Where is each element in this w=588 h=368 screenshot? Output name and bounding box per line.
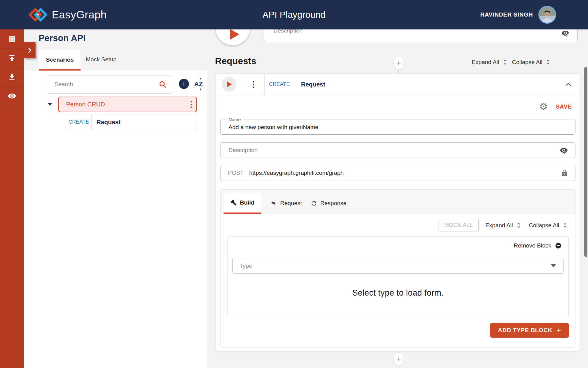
search-icon[interactable] <box>158 80 167 89</box>
left-rail <box>0 29 24 368</box>
expand-all-label: Expand All <box>485 222 513 229</box>
play-icon <box>230 29 239 40</box>
add-request-bottom-button[interactable]: + <box>394 353 404 366</box>
avatar[interactable] <box>538 6 556 24</box>
upload-icon[interactable] <box>0 48 24 67</box>
endpoint-field[interactable]: POST https://easygraph.graphifi.com/grap… <box>220 165 575 181</box>
expand-all-label: Expand All <box>472 59 499 66</box>
empty-form-message: Select type to load form. <box>228 288 568 298</box>
tab-mock-setup[interactable]: Mock Setup <box>86 50 116 69</box>
download-icon[interactable] <box>0 67 24 86</box>
app-root: Description EasyGraph API Playground RAV… <box>0 0 588 368</box>
build-toolbar: MOCK ALL Expand All Collapse All <box>221 219 568 232</box>
type-dropdown[interactable]: Type <box>232 258 564 274</box>
tree-request-item[interactable]: CREATE Request <box>66 114 197 130</box>
name-field: Name <box>220 120 575 135</box>
user-menu[interactable]: RAVINDER SINGH <box>480 0 556 29</box>
top-navbar: EasyGraph API Playground RAVINDER SINGH <box>0 0 588 29</box>
unfold-more-icon <box>515 222 522 229</box>
collapse-all-label: Collapse All <box>529 222 559 229</box>
collapse-card-button[interactable] <box>565 82 572 86</box>
add-type-block-button[interactable]: ADD TYPE BLOCK + <box>490 323 569 338</box>
build-tab-strip: Build Request Response <box>221 190 575 214</box>
name-field-label: Name <box>226 117 243 122</box>
unfold-less-icon <box>562 222 568 229</box>
build-collapse-all-button[interactable]: Collapse All <box>529 222 568 229</box>
tab-response-label: Response <box>320 200 347 207</box>
scrollbar[interactable] <box>584 29 588 368</box>
description-field <box>220 142 575 158</box>
collapse-all-label: Collapse All <box>512 59 542 66</box>
collapse-all-button[interactable]: Collapse All <box>512 59 552 66</box>
search-input[interactable] <box>54 81 158 88</box>
name-input[interactable] <box>228 124 575 131</box>
active-tab-underline <box>39 69 81 71</box>
refresh-icon <box>311 200 317 207</box>
remove-block-button[interactable]: Remove Block <box>228 242 562 249</box>
tab-request-label: Request <box>280 200 302 207</box>
sort-z: Z <box>199 80 203 88</box>
scenario-person-crud[interactable]: Person CRUD <box>58 97 197 112</box>
tab-build-label: Build <box>240 199 254 206</box>
connector-line <box>398 70 399 73</box>
lock-icon <box>560 169 568 177</box>
eye-edit-icon[interactable] <box>559 146 568 155</box>
dropdown-arrow-icon <box>551 264 556 267</box>
sort-a: A <box>194 80 199 88</box>
mock-all-button[interactable]: MOCK ALL <box>439 219 479 232</box>
gear-icon[interactable]: ⚙ <box>539 102 548 111</box>
sort-alpha-button[interactable]: AZ ▲ ▼ <box>192 78 205 90</box>
add-scenario-button[interactable]: + <box>179 79 189 89</box>
tab-scenarios[interactable]: Scenarios <box>39 50 81 70</box>
description-input[interactable] <box>228 147 559 154</box>
sort-caret-up-icon: ▲ <box>199 77 202 80</box>
unfold-more-icon <box>502 59 508 66</box>
page-title: API Playground <box>262 0 326 29</box>
type-block: Remove Block Type Select type to load fo… <box>227 236 569 317</box>
easygraph-logo-icon <box>29 6 47 23</box>
panel-expand-toggle[interactable] <box>24 42 36 58</box>
run-request-cell <box>216 74 242 95</box>
build-section: Build Request Response MOCK ALL Expand A… <box>220 189 575 347</box>
api-title: Person API <box>39 33 86 43</box>
request-card: CREATE Request ⚙ SAVE Name POST https://… <box>216 73 580 351</box>
request-method-chip: CREATE <box>66 119 91 125</box>
request-item-label: Request <box>96 119 121 126</box>
play-icon <box>227 82 232 87</box>
expand-all-button[interactable]: Expand All <box>472 59 508 66</box>
request-kebab-cell <box>242 74 265 95</box>
divider <box>91 114 92 130</box>
run-request-button[interactable] <box>222 77 236 92</box>
build-expand-all-button[interactable]: Expand All <box>485 222 522 229</box>
remove-block-label: Remove Block <box>514 242 552 249</box>
type-placeholder: Type <box>239 263 252 269</box>
request-title: Request <box>301 81 325 88</box>
request-method-chip: CREATE <box>265 74 294 95</box>
requests-heading: Requests <box>215 56 256 66</box>
tab-build[interactable]: Build <box>224 193 261 214</box>
brand-name: EasyGraph <box>52 9 107 21</box>
apps-grid-icon[interactable] <box>0 29 24 48</box>
http-method-label: POST <box>228 170 244 176</box>
scrollbar-thumb[interactable] <box>584 67 587 257</box>
request-kebab-menu[interactable] <box>253 81 254 88</box>
scenario-name: Person CRUD <box>66 101 105 108</box>
eye-edit-icon[interactable] <box>561 29 570 38</box>
add-request-top-button[interactable]: + <box>394 57 404 70</box>
save-controls: ⚙ SAVE <box>539 102 572 111</box>
plus-icon: + <box>556 326 561 335</box>
tab-response[interactable]: Response <box>311 193 347 214</box>
brand[interactable]: EasyGraph <box>29 0 107 29</box>
tab-request[interactable]: Request <box>270 193 302 214</box>
eye-icon[interactable] <box>0 86 24 105</box>
swap-arrows-icon <box>270 200 277 207</box>
plus-icon: + <box>397 59 401 67</box>
requests-header-controls: Expand All Collapse All <box>472 59 578 66</box>
chevron-right-icon <box>26 47 33 54</box>
scenario-kebab-menu[interactable] <box>190 101 192 108</box>
save-button[interactable]: SAVE <box>556 103 572 110</box>
scenario-search <box>47 75 172 94</box>
tree-collapse-caret[interactable] <box>48 103 52 106</box>
request-card-header: CREATE Request <box>216 74 580 95</box>
endpoint-url: https://easygraph.graphifi.com/graph <box>249 170 344 176</box>
